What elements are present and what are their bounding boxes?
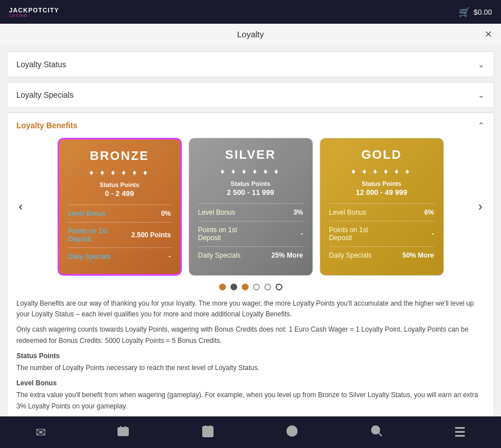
accordion-header-status[interactable]: Loyalty Status ⌄ <box>7 52 494 77</box>
card-gold-gems: ♦ ♦ ♦ ♦ ♦ ♦ <box>329 167 434 176</box>
section-text-1: The extra value you'll benefit from when… <box>16 390 485 411</box>
card-gold-label-0: Level Bonus <box>329 208 367 216</box>
logo-text: JACKPOTCITY <box>9 7 59 14</box>
benefits-header: Loyalty Benefits ⌃ <box>16 121 485 130</box>
logo-sub: CASINO <box>9 14 28 18</box>
nav-casino[interactable] <box>285 424 299 441</box>
card-silver-gems: ♦ ♦ ♦ ♦ ♦ ♦ <box>198 167 303 176</box>
page-title: Loyalty <box>237 29 264 39</box>
card-gold-value-1: - <box>432 230 434 238</box>
card-gold-status-label: Status Points <box>329 180 434 187</box>
card-bronze-row-0: Level Bonus 0% <box>68 205 171 222</box>
card-bronze: BRONZE ♦ ♦ ♦ ♦ ♦ ♦ Status Points 0 - 2 4… <box>58 138 182 276</box>
card-bronze-row-2: Daily Specials - <box>68 247 171 265</box>
accordion-loyalty-status[interactable]: Loyalty Status ⌄ <box>7 51 494 77</box>
dot-5[interactable] <box>276 284 282 290</box>
cards-carousel: ‹ BRONZE ♦ ♦ ♦ ♦ ♦ ♦ Status Points 0 - 2… <box>16 138 485 276</box>
main-content: Loyalty Status ⌄ Loyalty Specials ⌄ Loya… <box>0 45 501 416</box>
carousel-next-button[interactable]: › <box>476 199 485 214</box>
card-bronze-value-1: 2.500 Points <box>131 231 171 239</box>
cards-container: BRONZE ♦ ♦ ♦ ♦ ♦ ♦ Status Points 0 - 2 4… <box>29 138 471 276</box>
card-silver-value-0: 3% <box>293 208 303 216</box>
dot-4[interactable] <box>264 284 271 290</box>
top-bar: JACKPOTCITY CASINO 🛒 $0.00 <box>0 0 501 24</box>
card-bronze-status-range: 0 - 2 499 <box>68 189 171 198</box>
accordion-label-specials: Loyalty Specials <box>16 90 73 99</box>
description-block: Loyalty Benefits are our way of thanking… <box>16 298 485 416</box>
card-gold-status-range: 12 000 - 49 999 <box>329 188 434 197</box>
carousel-prev-button[interactable]: ‹ <box>16 199 25 214</box>
benefits-title: Loyalty Benefits <box>16 121 77 130</box>
accordion-label-status: Loyalty Status <box>16 60 66 69</box>
card-bronze-label-1: Points on 1st Deposit <box>68 227 107 243</box>
title-bar: Loyalty ✕ <box>0 24 501 45</box>
card-silver-row-2: Daily Specials 25% More <box>198 246 303 264</box>
card-bronze-label-2: Daily Specials <box>68 253 111 260</box>
card-bronze-gems: ♦ ♦ ♦ ♦ ♦ ♦ <box>68 168 171 177</box>
card-gold-title: GOLD <box>329 147 434 162</box>
card-silver-title: SILVER <box>198 147 303 162</box>
svg-rect-1 <box>203 427 213 437</box>
menu-icon: ☰ <box>454 425 465 440</box>
calendar-icon <box>201 424 215 441</box>
svg-point-3 <box>290 428 291 430</box>
svg-point-4 <box>293 428 295 430</box>
accordion-loyalty-specials[interactable]: Loyalty Specials ⌄ <box>7 82 494 108</box>
card-silver-value-2: 25% More <box>271 251 303 259</box>
card-silver-status-range: 2 500 - 11 999 <box>198 188 303 197</box>
card-bronze-value-2: - <box>169 253 171 260</box>
section-title-1: Level Bonus <box>16 378 485 389</box>
casino-icon <box>285 424 299 441</box>
card-gold-row-1: Points on 1st Deposit - <box>329 221 434 246</box>
card-silver-status-label: Status Points <box>198 180 303 187</box>
promotions-icon <box>116 424 130 441</box>
card-gold-value-2: 50% More <box>402 251 434 259</box>
card-gold-row-2: Daily Specials 50% More <box>329 246 434 264</box>
card-silver-row-0: Level Bonus 3% <box>198 203 303 221</box>
section-title-0: Status Points <box>16 351 485 362</box>
bottom-nav: ✉ ☰ <box>0 416 501 448</box>
svg-point-2 <box>287 426 297 436</box>
search-icon <box>370 424 384 441</box>
card-silver-value-1: - <box>301 230 303 238</box>
card-gold: GOLD ♦ ♦ ♦ ♦ ♦ ♦ Status Points 12 000 - … <box>320 138 444 276</box>
nav-calendar[interactable] <box>201 424 215 441</box>
card-gold-label-2: Daily Specials <box>329 251 372 259</box>
card-bronze-title: BRONZE <box>68 149 171 163</box>
card-silver-label-1: Points on 1st Deposit <box>198 226 237 242</box>
dot-3[interactable] <box>253 284 260 290</box>
chevron-down-icon: ⌄ <box>478 60 485 69</box>
card-gold-value-0: 6% <box>424 208 434 216</box>
card-bronze-status-label: Status Points <box>68 181 171 188</box>
card-silver-label-2: Daily Specials <box>198 251 241 259</box>
chevron-up-icon: ⌃ <box>478 121 485 130</box>
loyalty-benefits-section: Loyalty Benefits ⌃ ‹ BRONZE ♦ ♦ ♦ ♦ ♦ ♦ … <box>7 112 494 416</box>
accordion-header-specials[interactable]: Loyalty Specials ⌄ <box>7 82 494 107</box>
carousel-dots <box>16 284 485 290</box>
mail-icon: ✉ <box>36 425 46 440</box>
desc-para-0: Loyalty Benefits are our way of thanking… <box>16 298 485 320</box>
desc-para-1: Only cash wagering counts towards Loyalt… <box>16 324 485 346</box>
close-button[interactable]: ✕ <box>485 29 492 40</box>
wallet-icon: 🛒 <box>459 7 470 18</box>
section-text-0: The number of Loyalty Points necessary t… <box>16 363 485 373</box>
card-bronze-row-1: Points on 1st Deposit 2.500 Points <box>68 222 171 247</box>
chevron-down-icon-2: ⌄ <box>478 90 485 99</box>
svg-point-6 <box>372 426 380 434</box>
logo: JACKPOTCITY CASINO <box>9 7 59 18</box>
dot-1[interactable] <box>230 284 237 290</box>
dot-0[interactable] <box>219 284 226 290</box>
card-gold-row-0: Level Bonus 6% <box>329 203 434 221</box>
svg-line-7 <box>378 433 382 436</box>
balance-value: $0.00 <box>473 8 492 16</box>
balance-area[interactable]: 🛒 $0.00 <box>459 7 492 18</box>
nav-mail[interactable]: ✉ <box>36 425 46 440</box>
nav-menu[interactable]: ☰ <box>454 425 465 440</box>
dot-2[interactable] <box>242 284 249 290</box>
nav-promotions[interactable] <box>116 424 130 441</box>
svg-point-5 <box>291 432 293 433</box>
card-silver: SILVER ♦ ♦ ♦ ♦ ♦ ♦ Status Points 2 500 -… <box>189 138 313 276</box>
nav-search[interactable] <box>370 424 384 441</box>
card-gold-label-1: Points on 1st Deposit <box>329 226 368 242</box>
card-silver-row-1: Points on 1st Deposit - <box>198 221 303 246</box>
